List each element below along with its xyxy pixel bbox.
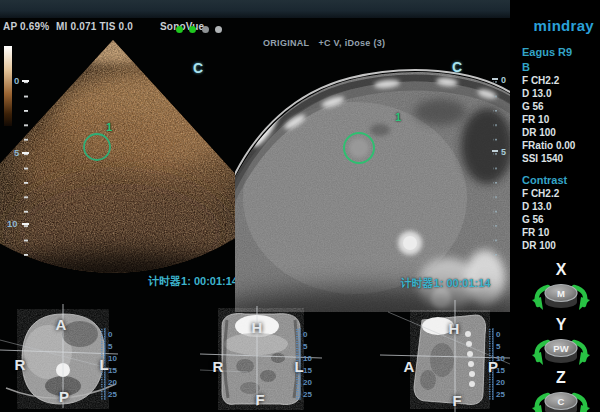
mpr-sagittal-image: 0 5 10 15 20 25 — [380, 300, 510, 412]
ceus-timer: 计时器1: 00:01:14 — [118, 274, 235, 289]
contrast-param: F CH2.2 — [522, 188, 559, 199]
orientation-head: H — [248, 319, 266, 336]
ct-recon-params: +C V, iDose (3) — [318, 38, 385, 48]
acoustic-power-readout: AP 0.69% — [3, 21, 49, 32]
contrast-mode-title: Contrast — [522, 174, 567, 186]
b-param: SSI 1540 — [522, 153, 563, 164]
depth-label: 0 — [14, 75, 19, 86]
rotate-right-arrowhead-icon — [579, 297, 590, 310]
orientation-right: R — [209, 358, 227, 375]
mpr-sagittal-view[interactable]: 0 5 10 15 20 25 H A P F — [380, 300, 510, 412]
ruler-label: 5 — [496, 342, 501, 351]
status-dot-icon — [176, 26, 183, 33]
depth-label: 10 — [7, 218, 18, 229]
ct-series-type: ORIGINAL — [263, 38, 309, 48]
orientation-anterior: A — [52, 316, 70, 333]
knob-axis-z-label: Z — [530, 369, 592, 387]
grayscale-colorbar — [4, 46, 12, 126]
b-param: G 56 — [522, 101, 544, 112]
b-mode-title: B — [522, 61, 530, 73]
orientation-foot: F — [251, 391, 269, 408]
ruler-label: 5 — [303, 342, 308, 351]
contrast-param: DR 100 — [522, 240, 556, 251]
mpr-coronal-view[interactable]: 0 5 10 15 20 25 H R L F — [200, 300, 380, 412]
orientation-marker-c: C — [452, 59, 462, 75]
ct-series-header: ORIGINAL +C V, iDose (3) — [263, 38, 385, 48]
depth-label: 0 — [501, 75, 506, 85]
mpr-coronal-image: 0 5 10 15 20 25 — [200, 300, 380, 412]
depth-label: 5 — [501, 147, 506, 157]
ruler-label: 5 — [108, 342, 113, 351]
rotary-knob-x[interactable]: M — [530, 279, 592, 313]
ruler-label: 20 — [303, 378, 312, 387]
ct-timer: 计时器1: 00:01:14 — [378, 276, 510, 291]
ct-image: 0 5 — [235, 38, 510, 312]
status-dot-icon — [202, 26, 209, 33]
ct-image-view[interactable]: 0 5 ORIGINAL +C V, iDose (3) C 1 计时器1: 0… — [235, 38, 510, 312]
lesion-nodule — [349, 138, 369, 158]
orientation-head: H — [445, 320, 463, 337]
orientation-anterior: A — [400, 358, 418, 375]
ruler-label: 0 — [496, 330, 501, 339]
rotary-knob-z[interactable]: C — [530, 387, 592, 412]
b-param: FRatio 0.00 — [522, 140, 575, 151]
orientation-foot: F — [448, 392, 466, 409]
system-name: Eagus R9 — [522, 46, 572, 58]
contrast-param: D 13.0 — [522, 201, 551, 212]
ruler-label: 20 — [496, 378, 505, 387]
brand-logo: mindray — [522, 17, 594, 34]
orientation-right: R — [11, 356, 29, 373]
orientation-left: L — [290, 358, 308, 375]
orientation-left: L — [95, 356, 113, 373]
b-param: DR 100 — [522, 127, 556, 138]
b-param: D 13.0 — [522, 88, 551, 99]
b-param: FR 10 — [522, 114, 549, 125]
orientation-posterior: P — [484, 358, 502, 375]
mi-tis-readout: MI 0.071 TIS 0.0 — [56, 21, 133, 32]
ruler-label: 25 — [496, 390, 505, 399]
ruler-label: 20 — [108, 378, 117, 387]
knob-function-label: M — [557, 288, 565, 299]
rotate-left-arrowhead-icon — [532, 297, 543, 310]
ruler-label: 0 — [108, 330, 113, 339]
roi-number-label: 1 — [106, 121, 112, 133]
contrast-param: FR 10 — [522, 227, 549, 238]
mpr-axial-view[interactable]: 0 5 10 15 20 25 A R L P — [0, 300, 200, 412]
ruler-label: 0 — [303, 330, 308, 339]
knob-axis-x-label: X — [530, 261, 592, 279]
ceus-image-view[interactable]: 0 5 10 C 1 计时器1: 00:01:14 — [0, 38, 235, 290]
status-dot-icon — [215, 26, 222, 33]
contrast-param: G 56 — [522, 214, 544, 225]
knob-axis-y-label: Y — [530, 316, 592, 334]
ultrasound-fusion-screen: AP 0.69% MI 0.071 TIS 0.0 SonoVue — [0, 0, 600, 412]
rotary-knob-y[interactable]: PW — [530, 334, 592, 368]
orientation-marker-c: C — [193, 60, 203, 76]
roi-number-label: 1 — [395, 111, 401, 123]
parameter-sidebar: mindray Eagus R9 B F CH2.2 D 13.0 G 56 F… — [510, 0, 600, 412]
ruler-label: 25 — [108, 390, 117, 399]
orientation-posterior: P — [55, 388, 73, 405]
rotate-right-arrowhead-icon — [579, 352, 590, 365]
knob-function-label: PW — [553, 343, 568, 354]
status-dot-icon — [189, 26, 196, 33]
knob-function-label: C — [558, 396, 565, 407]
ruler-label: 25 — [303, 390, 312, 399]
b-param: F CH2.2 — [522, 75, 559, 86]
depth-label: 5 — [14, 147, 20, 158]
rotate-left-arrowhead-icon — [532, 352, 543, 365]
